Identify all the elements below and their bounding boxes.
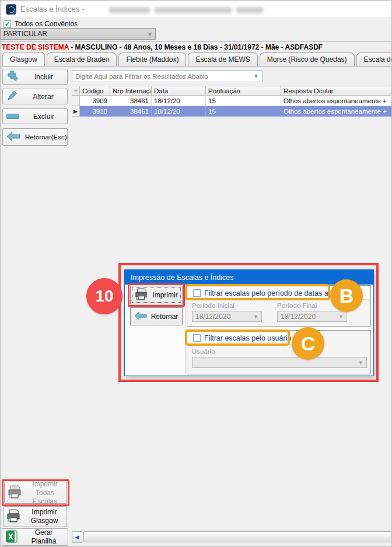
- cell-data: 18/12/20: [152, 106, 206, 117]
- periodo-final-datepicker[interactable]: 18/12/2020 ▼: [277, 311, 347, 322]
- tab-glasgow[interactable]: Glasgow: [2, 52, 45, 66]
- imprimir-todas-label: Imprimir Todas Escalas: [26, 480, 64, 506]
- grid-header-row: ✳ Código Nro Internação Data Pontuação R…: [72, 86, 392, 96]
- alterar-label: Alterar: [23, 93, 64, 101]
- imprimir-todas-escalas-button[interactable]: Imprimir Todas Escalas: [4, 482, 67, 504]
- add-icon: [6, 70, 19, 83]
- checkbox-checked-icon[interactable]: ✔: [4, 20, 11, 28]
- scale-tabstrip: Glasgow Escala de Braden Flebite (Maddox…: [1, 52, 392, 66]
- window-title: Escalas e Índices -: [20, 5, 84, 13]
- delete-bar-icon: [6, 114, 19, 119]
- tab-flebite-maddox[interactable]: Flebite (Maddox): [118, 52, 186, 66]
- column-header-data[interactable]: Data: [152, 86, 206, 96]
- horizontal-scrollbar[interactable]: ◀: [72, 531, 392, 542]
- cell-nro-internacao: 38461: [110, 106, 152, 117]
- tab-escala-de-braden[interactable]: Escala de Braden: [47, 52, 117, 66]
- excel-icon: [5, 530, 19, 545]
- todos-convenios-checkbox[interactable]: ✔ Todos os Convênios: [4, 20, 78, 28]
- back-arrow-icon: [6, 132, 20, 143]
- edit-pencil-icon: [6, 90, 18, 103]
- retornar-esc-button[interactable]: Retornar(Esc): [2, 128, 68, 146]
- tab-escala-de-ramsay[interactable]: Escala de Ramsay: [356, 52, 392, 66]
- row-selector-arrow-icon: ▶: [72, 106, 80, 117]
- grid-filter-input[interactable]: Digite Aqui para Filtrar os Resultados A…: [72, 70, 262, 82]
- window-titlebar: Escalas e Índices -: [1, 1, 392, 18]
- todos-convenios-label: Todos os Convênios: [15, 20, 78, 28]
- retornar-esc-label: Retornar(Esc): [25, 134, 67, 141]
- back-arrow-icon: [134, 311, 147, 322]
- column-header-codigo[interactable]: Código: [80, 86, 110, 96]
- patient-info-text: - MASCULINO - 48 Anos, 10 Meses e 18 Dia…: [69, 43, 323, 51]
- system-test-label: TESTE DE SISTEMA: [2, 43, 69, 51]
- tab-escala-de-mews[interactable]: Escala de MEWS: [188, 52, 257, 66]
- annotation-orange-box-c: [185, 329, 290, 346]
- row-selector-header-icon: ✳: [72, 86, 80, 96]
- column-header-nro-internacao[interactable]: Nro Internação: [110, 86, 152, 96]
- divider: [1, 41, 392, 42]
- usuario-label: Usuário: [192, 348, 215, 355]
- redacted-title-text: [109, 7, 150, 13]
- cell-pontuacao: 15: [206, 106, 281, 117]
- column-header-resposta-ocular[interactable]: Resposta Ocular: [281, 86, 392, 96]
- cell-codigo: 3910: [80, 106, 110, 117]
- imprimir-label: Imprimir: [152, 291, 178, 299]
- annotation-orange-box-b: [185, 284, 330, 300]
- usuario-dropdown[interactable]: ▼: [192, 357, 367, 368]
- annotation-badge-c: C: [292, 327, 324, 360]
- scrollbar-thumb[interactable]: [83, 531, 392, 542]
- tab-morse-risco-de-quedas[interactable]: Morse (Risco de Quedas): [260, 52, 355, 66]
- table-row-selected[interactable]: ▶ 3910 38461 18/12/20 15 Olhos abertos e…: [72, 106, 392, 117]
- retornar-label: Retornar: [150, 313, 178, 321]
- column-header-pontuacao[interactable]: Pontuação: [206, 86, 281, 96]
- periodo-final-value: 18/12/2020: [281, 313, 316, 321]
- redacted-title-text: [155, 7, 232, 13]
- chevron-down-icon: ▼: [253, 73, 259, 79]
- cell-pontuacao: 15: [206, 96, 281, 106]
- imprimir-button[interactable]: Imprimir: [130, 286, 183, 304]
- cell-data: 18/12/20: [152, 96, 206, 106]
- convenio-value: PARTICULAR: [4, 30, 47, 38]
- cell-nro-internacao: 38461: [110, 96, 152, 106]
- periodo-final-label: Período Final: [277, 302, 317, 309]
- dialog-retornar-button[interactable]: Retornar: [130, 307, 183, 325]
- imprimir-glasgow-button[interactable]: Imprimir Glasgow: [3, 506, 67, 527]
- chevron-down-icon: ▼: [338, 314, 344, 320]
- chevron-down-icon: ▼: [358, 360, 363, 366]
- chevron-down-icon: ▼: [147, 31, 153, 37]
- periodo-inicial-datepicker[interactable]: 18/12/2020 ▼: [192, 311, 262, 322]
- row-selector-cell: [72, 96, 80, 106]
- annotation-step-number: 10: [86, 278, 123, 314]
- periodo-inicial-label: Período Inicial: [192, 302, 235, 309]
- printer-gray-icon: [7, 485, 22, 501]
- scroll-left-arrow-icon[interactable]: ◀: [72, 531, 82, 543]
- gerar-planilha-label: Gerar Planilha: [22, 528, 65, 546]
- excluir-button[interactable]: Excluir: [2, 108, 68, 124]
- printer-icon: [134, 288, 148, 303]
- periodo-inicial-value: 18/12/2020: [195, 313, 230, 321]
- cell-resposta-ocular: Olhos abertos espontaneamente +: [281, 96, 392, 106]
- app-icon: [6, 4, 16, 15]
- patient-info-bar: TESTE DE SISTEMA - MASCULINO - 48 Anos, …: [2, 43, 323, 51]
- alterar-button[interactable]: Alterar: [2, 89, 68, 104]
- excluir-label: Excluir: [24, 113, 64, 121]
- imprimir-glasgow-label: Imprimir Glasgow: [24, 508, 64, 525]
- cell-codigo: 3909: [80, 96, 110, 106]
- redacted-title-text: [236, 7, 263, 13]
- chevron-down-icon: ▼: [253, 314, 258, 320]
- incluir-button[interactable]: Incluir: [2, 69, 68, 85]
- incluir-label: Incluir: [24, 73, 64, 81]
- grid-filter-placeholder: Digite Aqui para Filtrar os Resultados A…: [75, 73, 208, 80]
- annotation-badge-b: B: [330, 279, 363, 312]
- table-row[interactable]: 3909 38461 18/12/20 15 Olhos abertos esp…: [72, 96, 392, 106]
- printer-icon: [6, 509, 21, 525]
- cell-resposta-ocular: Olhos abertos espontaneamente +: [281, 106, 392, 117]
- convenio-dropdown[interactable]: PARTICULAR ▼: [1, 28, 156, 40]
- gerar-planilha-button[interactable]: Gerar Planilha: [2, 528, 68, 546]
